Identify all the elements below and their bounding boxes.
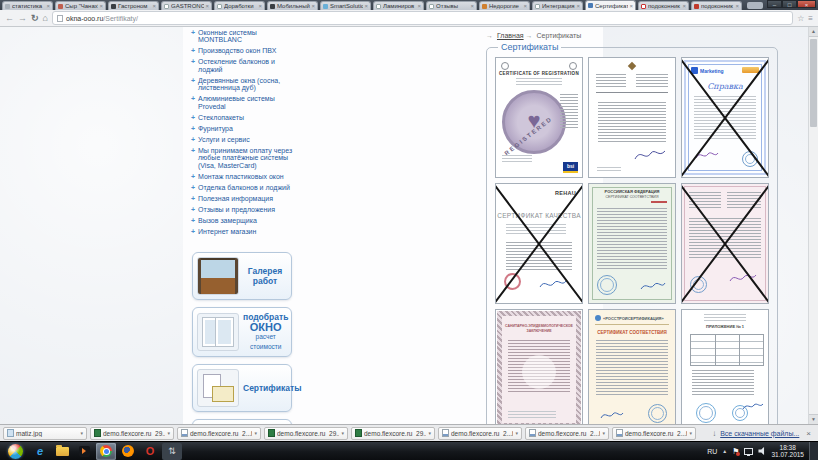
forward-icon[interactable]: → xyxy=(18,14,27,23)
scrollbar-thumb[interactable] xyxy=(810,39,817,127)
tab-nedorogie[interactable]: Недорогие× xyxy=(479,1,530,10)
reload-icon[interactable]: ↻ xyxy=(31,14,39,23)
language-indicator[interactable]: RU xyxy=(707,448,717,455)
download-item[interactable]: demo.flexcore.ru_2...html▾ xyxy=(612,427,696,440)
tab-close-icon[interactable]: × xyxy=(682,3,686,9)
certificate-thumb-rosstroy[interactable]: «РОССТРОЙСЕРТИФИКАЦИЯ» СЕРТИФИКАТ СООТВЕ… xyxy=(588,309,676,424)
start-button[interactable] xyxy=(8,444,23,459)
scrollbar-down-icon[interactable]: ▼ xyxy=(809,414,818,424)
address-bar[interactable]: okna-ooo.ru/Sertifikaty/ xyxy=(52,11,793,25)
tab-close-icon[interactable]: × xyxy=(417,3,421,9)
tab-close-icon[interactable]: × xyxy=(46,3,50,9)
certificate-thumb-marketing[interactable]: Marketing Справка xyxy=(681,57,769,178)
taskbar-firefox-icon[interactable] xyxy=(118,443,138,460)
tab-close-icon[interactable]: × xyxy=(735,3,739,9)
tray-expand-icon[interactable]: ▲ xyxy=(722,448,727,454)
taskbar-chrome-icon[interactable] xyxy=(96,443,116,460)
taskbar-ie-icon[interactable]: e xyxy=(30,443,50,460)
maximize-button[interactable]: □ xyxy=(782,0,797,8)
tab-gastronom-en[interactable]: GASTRONOM× xyxy=(161,1,212,10)
tab-close-icon[interactable]: × xyxy=(152,3,156,9)
tab-close-icon[interactable]: × xyxy=(205,3,209,9)
certificate-thumb-letter[interactable] xyxy=(588,57,676,178)
certificate-thumb-sanitary[interactable]: САНИТАРНО-ЭПИДЕМИОЛОГИЧЕСКОЕ ЗАКЛЮЧЕНИЕ xyxy=(495,309,583,424)
download-item[interactable]: demo.flexcore.ru_2...html▾ xyxy=(177,427,261,440)
sidebar-item-steklopakety[interactable]: Стеклопакеты xyxy=(191,114,299,122)
clock[interactable]: 18:38 31.07.2015 xyxy=(771,444,804,459)
tab-close-icon[interactable]: × xyxy=(576,3,580,9)
tab-gastronom-ru[interactable]: Гастроном× xyxy=(108,1,159,10)
scrollbar[interactable]: ▲ ▼ xyxy=(808,27,818,424)
taskbar-opera-icon[interactable]: O xyxy=(140,443,160,460)
certificate-thumb-conformity-green[interactable]: РОССИЙСКАЯ ФЕДЕРАЦИЯ СЕРТИФИКАТ СООТВЕТС… xyxy=(588,183,676,304)
sidebar-item-magazin[interactable]: Интернет магазин xyxy=(191,228,299,236)
tab-close-icon[interactable]: × xyxy=(364,3,368,9)
network-icon[interactable] xyxy=(744,448,753,455)
download-caret-icon[interactable]: ▾ xyxy=(602,430,605,436)
tab-statistika[interactable]: статистика× xyxy=(2,1,53,10)
tab-syr-chanah[interactable]: Сыр "Чанах"× xyxy=(55,1,106,10)
minimize-button[interactable]: – xyxy=(767,0,782,8)
show-desktop-button[interactable] xyxy=(809,442,818,460)
close-button[interactable]: × xyxy=(797,0,816,8)
sidebar-item-otzyvy[interactable]: Отзывы и предложения xyxy=(191,206,299,214)
tab-close-icon[interactable]: × xyxy=(629,3,633,9)
menu-icon[interactable]: ≡ xyxy=(808,14,813,23)
sidebar-item-montazh[interactable]: Монтаж пластиковых окон xyxy=(191,173,299,181)
download-item[interactable]: demo.flexcore.ru_29....csv▾ xyxy=(264,427,348,440)
download-caret-icon[interactable]: ▾ xyxy=(428,430,431,436)
action-center-flag-icon[interactable]: ⚑ xyxy=(732,447,739,456)
bookmark-star-icon[interactable]: ☆ xyxy=(797,14,804,23)
sidebar-item-furnitura[interactable]: Фурнитура xyxy=(191,125,299,133)
downloads-bar-close-icon[interactable]: × xyxy=(806,429,811,438)
download-caret-icon[interactable]: ▾ xyxy=(167,430,170,436)
widget-certificates[interactable]: Сертификаты xyxy=(192,364,292,412)
sidebar-item-oplata[interactable]: Мы принимаем оплату через любые платёжны… xyxy=(191,147,299,170)
tab-close-icon[interactable]: × xyxy=(470,3,474,9)
download-item[interactable]: matiz.jpg▾ xyxy=(3,427,87,440)
download-caret-icon[interactable]: ▾ xyxy=(341,430,344,436)
sidebar-item-zamershik[interactable]: Вызов замерщика xyxy=(191,217,299,225)
download-caret-icon[interactable]: ▾ xyxy=(254,430,257,436)
widget-gallery[interactable]: Галерея работ xyxy=(192,252,292,300)
sidebar-item-uslugi[interactable]: Услуги и сервис xyxy=(191,136,299,144)
show-all-downloads-link[interactable]: Все скачанные файлы... xyxy=(720,430,799,437)
download-caret-icon[interactable]: ▾ xyxy=(515,430,518,436)
scrollbar-up-icon[interactable]: ▲ xyxy=(809,27,818,37)
tab-integracia[interactable]: Интеграция× xyxy=(532,1,583,10)
tab-podokonnik-2[interactable]: подоконник× xyxy=(691,1,742,10)
certificate-thumb-rehau[interactable]: REHAU СЕРТИФИКАТ КАЧЕСТВА xyxy=(495,183,583,304)
taskbar-explorer-icon[interactable] xyxy=(52,443,72,460)
sidebar-item-otdelka[interactable]: Отделка балконов и лоджий xyxy=(191,184,299,192)
sidebar-item-derevyannye[interactable]: Деревянные окна (сосна, лиственница дуб) xyxy=(191,77,299,92)
download-item[interactable]: demo.flexcore.ru_29....csv▾ xyxy=(90,427,174,440)
tab-laminirovanie[interactable]: Ламиниров× xyxy=(373,1,424,10)
sidebar-item-aluminievye[interactable]: Алюминиевые системы Provedal xyxy=(191,95,299,110)
taskbar-updown-icon[interactable]: ⇅ xyxy=(162,443,182,460)
tab-dorabotki[interactable]: Доработки× xyxy=(214,1,265,10)
sidebar-item-poleznaya[interactable]: Полезная информация xyxy=(191,195,299,203)
download-item[interactable]: demo.flexcore.ru_2...html▾ xyxy=(525,427,609,440)
certificate-thumb-appendix[interactable]: ПРИЛОЖЕНИЕ № 1 xyxy=(681,309,769,424)
sidebar-item-proizvodstvo[interactable]: Производство окон ПВХ xyxy=(191,47,299,55)
tab-close-icon[interactable]: × xyxy=(311,3,315,9)
volume-icon[interactable] xyxy=(758,447,766,455)
widget-window-calculator[interactable]: подобрать ОКНО расчет стоимости xyxy=(192,307,292,357)
taskbar-media-player-icon[interactable] xyxy=(74,443,94,460)
tab-close-icon[interactable]: × xyxy=(523,3,527,9)
sidebar-item-osteklenie[interactable]: Остекление балконов и лоджий xyxy=(191,58,299,73)
download-item[interactable]: demo.flexcore.ru_2...html▾ xyxy=(438,427,522,440)
tab-sertifikaty-active[interactable]: Сертификат× xyxy=(585,0,636,10)
certificate-thumb-bsi[interactable]: CERTIFICATE OF REGISTRATION ♥ REGISTERED… xyxy=(495,57,583,178)
tab-podokonnik-1[interactable]: подоконник× xyxy=(638,1,689,10)
tab-close-icon[interactable]: × xyxy=(99,3,103,9)
breadcrumb-home-link[interactable]: Главная xyxy=(497,32,524,39)
download-item[interactable]: demo.flexcore.ru_29....csv▾ xyxy=(351,427,435,440)
certificate-thumb-conformity-pink[interactable] xyxy=(681,183,769,304)
back-icon[interactable]: ← xyxy=(5,14,14,23)
tab-otzyvy[interactable]: Отзывы× xyxy=(426,1,477,10)
tab-close-icon[interactable]: × xyxy=(258,3,262,9)
home-icon[interactable]: ⌂ xyxy=(43,14,48,23)
download-caret-icon[interactable]: ▾ xyxy=(80,430,83,436)
sidebar-item-montblanc[interactable]: Оконные системы MONTBLANC xyxy=(191,29,299,44)
